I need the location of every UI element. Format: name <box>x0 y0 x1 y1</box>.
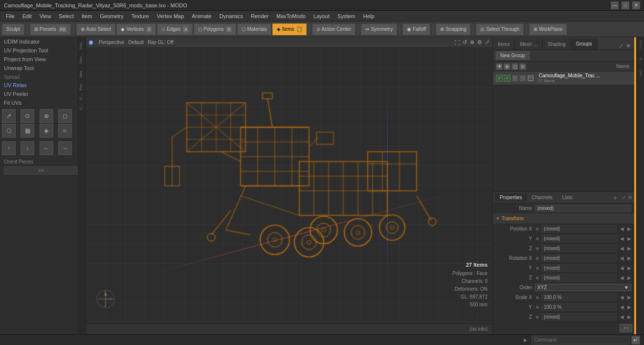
props-expand-icon[interactable]: ⤢ <box>622 195 626 200</box>
auto-select-button[interactable]: ⊕ Auto Select <box>76 23 115 35</box>
minimize-button[interactable]: — <box>611 1 619 9</box>
tool-btn-5[interactable]: ⬡ <box>2 124 16 138</box>
sidebar-item-uv-relax[interactable]: UV Relax <box>0 81 78 90</box>
prop-dot-1[interactable] <box>536 228 539 230</box>
prop-dot-3[interactable] <box>536 247 539 250</box>
prop-dot-9[interactable] <box>536 316 539 319</box>
sidebar-item-udim[interactable]: UDIM Indicator <box>0 37 78 46</box>
symmetry-button[interactable]: ⇔ Symmetry <box>361 23 397 35</box>
vert-label-5[interactable]: E... <box>78 92 86 102</box>
vert-label-2[interactable]: Dim... <box>78 51 86 66</box>
menu-file[interactable]: File <box>2 12 19 20</box>
prop-name-value[interactable]: (mixed) <box>535 205 631 212</box>
falloff-button[interactable]: ◉ Falloff <box>402 23 430 35</box>
right-edge-use[interactable]: Use... <box>637 67 644 83</box>
sidebar-item-fit-uvs[interactable]: Fit UVs <box>0 98 78 107</box>
sidebar-more-button[interactable]: >> <box>4 166 78 175</box>
viewport-render-mode[interactable]: Default <box>128 40 144 45</box>
tool-btn-1[interactable]: ↗ <box>2 109 16 123</box>
prop-scale-z-value[interactable]: (mixed) <box>541 313 617 321</box>
vert-label-3[interactable]: Met... <box>78 66 86 79</box>
tool-btn-8[interactable]: ⌗ <box>58 124 72 138</box>
prop-dot-6[interactable] <box>536 276 539 279</box>
tab-add-button[interactable]: + <box>610 194 620 202</box>
rot-x-expand-icon[interactable]: ▶ <box>627 255 631 261</box>
viewport-settings-icon[interactable]: ⚙ <box>477 39 482 46</box>
viewport-zoom-icon[interactable]: ⊕ <box>470 39 474 46</box>
scale-y-expand-icon[interactable]: ▶ <box>627 304 631 310</box>
arrow-btn-left[interactable]: ← <box>40 141 53 155</box>
viewport-camera-icon[interactable]: ⛶ <box>454 40 460 46</box>
group-render-icon[interactable]: ✓ <box>504 75 511 82</box>
rot-y-arrow-icon[interactable]: ◀ <box>620 265 624 271</box>
menu-edit[interactable]: Edit <box>19 12 36 20</box>
polygons-button[interactable]: ◻ Polygons 5 <box>194 23 236 35</box>
select-through-button[interactable]: ◎ Select Through <box>476 23 524 35</box>
tab-groups[interactable]: Groups <box>571 39 598 49</box>
action-center-button[interactable]: ⊙ Action Center <box>312 23 356 35</box>
pos-z-expand-icon[interactable]: ▶ <box>627 246 631 251</box>
close-button[interactable]: ✕ <box>632 1 640 9</box>
prop-dot-4[interactable] <box>536 257 539 260</box>
tab-lists[interactable]: Lists <box>557 193 577 202</box>
props-more-button[interactable]: >> <box>620 324 632 332</box>
new-group-button[interactable]: New Group <box>496 51 530 60</box>
viewport-expand-icon[interactable]: ⤢ <box>485 39 489 46</box>
expand-icon[interactable]: ⤢ <box>619 43 623 49</box>
prop-dot-8[interactable] <box>536 306 539 309</box>
tab-shading[interactable]: Shading <box>543 39 571 49</box>
tool-btn-2[interactable]: ⊙ <box>21 109 34 123</box>
viewport-canvas[interactable]: Y X Z 27 Items Polygons : Face Channels:… <box>86 48 492 323</box>
prop-rot-x-value[interactable]: (mixed) <box>541 254 617 262</box>
chevron-down-icon[interactable]: ▼ <box>625 43 631 49</box>
right-edge-groups[interactable]: Grou... <box>637 37 644 55</box>
scale-z-expand-icon[interactable]: ▶ <box>627 314 631 320</box>
menu-texture[interactable]: Texture <box>128 12 153 20</box>
right-edge-a[interactable]: A... <box>637 55 644 67</box>
rot-y-expand-icon[interactable]: ▶ <box>627 265 631 271</box>
menu-help[interactable]: Help <box>359 12 378 20</box>
vertices-button[interactable]: ◆ Vertices 3 <box>116 23 156 35</box>
presets-button[interactable]: ⊞ Presets F6 <box>30 23 71 35</box>
tool-btn-4[interactable]: ◻ <box>58 109 72 123</box>
prop-dot-5[interactable] <box>536 267 539 270</box>
sidebar-item-uv-projection[interactable]: UV Projection Tool <box>0 46 78 55</box>
sidebar-item-unwrap[interactable]: Unwrap Tool <box>0 64 78 72</box>
tool-btn-7[interactable]: ◈ <box>40 124 53 138</box>
prop-rot-z-value[interactable]: (mixed) <box>541 274 617 281</box>
menu-animate[interactable]: Animate <box>188 12 215 20</box>
pos-x-arrow-icon[interactable]: ◀ <box>620 226 624 231</box>
pos-x-expand-icon[interactable]: ▶ <box>627 226 631 231</box>
snapping-button[interactable]: ⊕ Snapping <box>436 23 470 35</box>
menu-maxtomodo[interactable]: MaxToModo <box>272 12 310 20</box>
scale-y-arrow-icon[interactable]: ◀ <box>620 304 624 310</box>
group-item-row[interactable]: ✓ ✓ □ □ Camouflage_Mobile_Trac ... 27 I <box>493 71 634 85</box>
viewport[interactable]: Perspective Default Ray GL: Off ⛶ ↺ ⊕ ⚙ … <box>86 37 492 334</box>
command-run-button[interactable]: ↵ <box>631 336 640 345</box>
arrow-btn-up[interactable]: ↑ <box>2 141 16 155</box>
tab-mesh[interactable]: Mesh ... <box>515 39 543 49</box>
menu-layout[interactable]: Layout <box>310 12 333 20</box>
sidebar-item-uv-peeler[interactable]: UV Peeler <box>0 90 78 98</box>
tab-channels[interactable]: Channels <box>527 193 557 202</box>
scale-x-expand-icon[interactable]: ▶ <box>627 295 631 300</box>
tab-items[interactable]: Items <box>493 39 515 49</box>
arrow-btn-right[interactable]: → <box>58 141 72 155</box>
menu-select[interactable]: Select <box>55 12 78 20</box>
props-settings-icon[interactable]: ⚙ <box>628 195 632 200</box>
pos-z-arrow-icon[interactable]: ◀ <box>620 246 624 251</box>
vert-label-6[interactable]: C... <box>78 102 86 112</box>
materials-button[interactable]: ⬡ Materials <box>237 23 272 35</box>
menu-dynamics[interactable]: Dynamics <box>216 12 247 20</box>
prop-rot-y-value[interactable]: (mixed) <box>541 264 617 272</box>
pos-y-arrow-icon[interactable]: ◀ <box>620 236 624 241</box>
group-visibility-icon[interactable]: ✓ <box>496 75 503 82</box>
viewport-gl-mode[interactable]: Ray GL: Off <box>148 40 174 45</box>
tool-btn-3[interactable]: ⊕ <box>40 109 53 123</box>
rot-x-arrow-icon[interactable]: ◀ <box>620 255 624 261</box>
tab-properties[interactable]: Properties <box>495 193 527 202</box>
arrow-btn-down[interactable]: ↓ <box>21 141 34 155</box>
group-expand-icon[interactable]: □ <box>519 75 526 82</box>
items-button[interactable]: ◈ Items 6 <box>272 23 306 35</box>
prop-pos-y-value[interactable]: (mixed) <box>541 235 617 242</box>
